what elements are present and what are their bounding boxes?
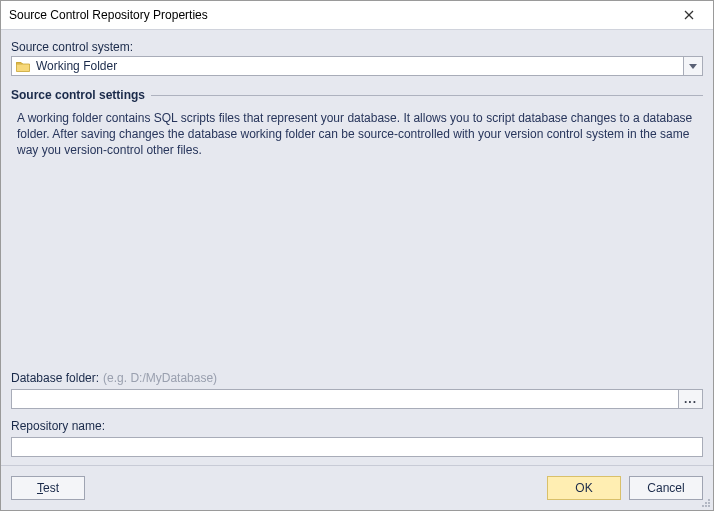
database-folder-input[interactable] <box>11 389 679 409</box>
test-button[interactable]: Test <box>11 476 85 500</box>
settings-section-header: Source control settings <box>11 88 703 102</box>
repository-name-field: Repository name: <box>11 419 703 457</box>
window-title: Source Control Repository Properties <box>9 8 208 22</box>
database-folder-field: Database folder: (e.g. D:/MyDatabase) ..… <box>11 371 703 409</box>
folder-icon <box>16 60 30 72</box>
cancel-button[interactable]: Cancel <box>629 476 703 500</box>
titlebar: Source Control Repository Properties <box>1 1 713 30</box>
button-bar: Test OK Cancel <box>1 465 713 510</box>
section-divider <box>151 95 703 96</box>
settings-section-title: Source control settings <box>11 88 145 102</box>
source-control-system-combo[interactable]: Working Folder <box>11 56 703 76</box>
ok-button[interactable]: OK <box>547 476 621 500</box>
dialog-body: Source control system: Working Folder So… <box>1 30 713 465</box>
database-folder-hint: (e.g. D:/MyDatabase) <box>103 371 217 385</box>
repository-name-input[interactable] <box>11 437 703 457</box>
close-button[interactable] <box>671 5 707 25</box>
database-folder-browse-button[interactable]: ... <box>679 389 703 409</box>
chevron-down-icon <box>689 64 697 69</box>
ellipsis-icon: ... <box>684 392 697 406</box>
source-control-system-drop-button[interactable] <box>684 56 703 76</box>
repository-name-label: Repository name: <box>11 419 105 433</box>
source-control-system-value: Working Folder <box>36 59 117 73</box>
source-control-system-label: Source control system: <box>11 40 703 54</box>
settings-description: A working folder contains SQL scripts fi… <box>11 110 703 159</box>
close-icon <box>684 10 694 20</box>
database-folder-label: Database folder: <box>11 371 99 385</box>
